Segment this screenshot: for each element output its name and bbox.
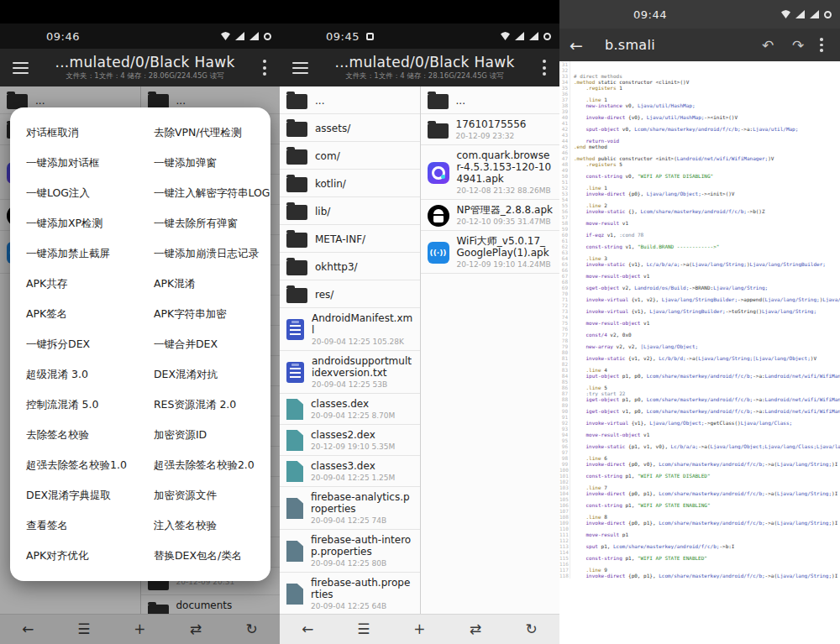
file-text: lib/ bbox=[315, 206, 413, 217]
page-title: ...mulated/0/Black Hawk bbox=[55, 54, 234, 71]
file-row[interactable]: classes2.dex20-12-09 19:10 5.35M bbox=[280, 425, 420, 456]
menu-item[interactable]: APK字符串加密 bbox=[138, 299, 270, 329]
menu-item[interactable]: RES资源混淆 2.0 bbox=[138, 390, 270, 420]
file-row[interactable]: androidsupportmultidexversion.txt20-09-0… bbox=[280, 351, 420, 394]
code-text: move-result v1 bbox=[574, 220, 628, 226]
folder-row[interactable]: lib/ bbox=[280, 197, 420, 225]
file-text: 1761017555620-12-09 23:32 bbox=[456, 118, 554, 141]
back-icon[interactable]: ← bbox=[290, 622, 325, 636]
wifi-icon bbox=[781, 10, 790, 18]
wifi-icon bbox=[221, 32, 230, 40]
folder-icon bbox=[286, 122, 307, 137]
menu-item[interactable]: 一键添加崩溃日志记录 bbox=[138, 238, 270, 269]
code-line: 70 bbox=[559, 291, 840, 296]
list-menu-icon[interactable]: ☰ bbox=[346, 622, 381, 636]
menu-item[interactable]: 一键添加弹窗 bbox=[138, 148, 270, 178]
file-meta: 20-09-04 12:25 105.28K bbox=[312, 337, 413, 347]
menu-item[interactable]: 一键LOG注入 bbox=[10, 178, 138, 208]
folder-row[interactable]: kotlin/ bbox=[280, 170, 420, 197]
folder-row[interactable]: META-INF/ bbox=[280, 225, 420, 253]
signal-3g-icon bbox=[795, 10, 805, 18]
line-number: 44 bbox=[559, 138, 570, 144]
menu-item[interactable]: DEX混淆对抗 bbox=[138, 359, 270, 390]
menu-item[interactable]: 一键添加对话框 bbox=[10, 148, 138, 178]
menu-item[interactable]: 控制流混淆 5.0 bbox=[10, 390, 138, 420]
status-icons bbox=[776, 10, 832, 18]
line-number: 86 bbox=[559, 385, 570, 390]
line-number: 53 bbox=[559, 191, 570, 196]
code-text: move-result p1 bbox=[574, 531, 628, 537]
file-row[interactable]: ((·))WiFi大师_v5.0.17_GooglePlay(1).apk20-… bbox=[421, 231, 560, 274]
code-line: 58 move-result v1 bbox=[559, 220, 840, 226]
menu-item[interactable]: 一键去除所有弹窗 bbox=[138, 208, 270, 238]
menu-item[interactable]: 超强去除签名校验1.0 bbox=[10, 450, 138, 480]
redo-icon[interactable]: ↷ bbox=[783, 37, 813, 54]
menu-item[interactable]: 加密资源ID bbox=[138, 420, 270, 450]
menu-item[interactable]: 超级混淆 3.0 bbox=[10, 359, 138, 390]
menu-item[interactable]: APK签名 bbox=[10, 299, 138, 329]
file-panes: ...assets/com/kotlin/lib/META-INF/okhttp… bbox=[280, 86, 559, 614]
file-name: ... bbox=[456, 95, 554, 107]
code-line: 81 invoke-static {v1, v2}, Lc/b/b/d;->a(… bbox=[559, 355, 840, 361]
menu-item[interactable]: APK混淆 bbox=[138, 269, 270, 299]
file-row[interactable]: classes3.dex20-09-04 12:25 1.25M bbox=[280, 456, 420, 487]
code-line: 100 bbox=[559, 467, 840, 473]
menu-item[interactable]: 查看签名 bbox=[10, 510, 138, 541]
menu-item[interactable]: 对话框取消 bbox=[10, 118, 138, 148]
overflow-menu-icon[interactable] bbox=[529, 59, 559, 77]
menu-item[interactable]: 超强去除签名校验2.0 bbox=[138, 450, 270, 480]
hamburger-menu-icon[interactable] bbox=[280, 60, 320, 76]
menu-item[interactable]: 替换DEX包名/类名 bbox=[138, 541, 270, 571]
undo-icon[interactable]: ↶ bbox=[753, 37, 783, 54]
menu-item[interactable]: 去除签名校验 bbox=[10, 420, 138, 450]
file-text: classes.dex20-09-04 12:25 8.70M bbox=[311, 398, 413, 421]
folder-row[interactable]: 1761017555620-12-09 23:32 bbox=[421, 114, 560, 145]
code-line: 116 bbox=[559, 561, 840, 567]
folder-row[interactable]: com/ bbox=[280, 142, 420, 170]
code-line: 49 bbox=[559, 167, 840, 173]
folder-row[interactable]: ... bbox=[421, 86, 560, 114]
menu-item[interactable]: 一键合并DEX bbox=[138, 329, 270, 359]
file-text: kotlin/ bbox=[315, 178, 413, 190]
menu-item[interactable]: 一键添加禁止截屏 bbox=[10, 238, 138, 269]
menu-item[interactable]: 加密资源文件 bbox=[138, 480, 270, 510]
code-line: 32 bbox=[559, 67, 840, 73]
file-row[interactable]: firebase-auth.properties20-09-04 12:25 6… bbox=[280, 573, 420, 614]
file-row[interactable]: firebase-analytics.properties20-09-04 12… bbox=[280, 487, 420, 530]
file-row[interactable]: classes.dex20-09-04 12:25 8.70M bbox=[280, 394, 420, 425]
menu-item[interactable]: 一键拆分DEX bbox=[10, 329, 138, 359]
overflow-menu-icon[interactable] bbox=[249, 59, 280, 77]
code-line: 78 bbox=[559, 338, 840, 343]
file-row[interactable]: AndroidManifest.xml20-09-04 12:25 105.28… bbox=[280, 308, 420, 351]
code-line: 110 bbox=[559, 526, 840, 531]
folder-row[interactable]: okhttp3/ bbox=[280, 253, 420, 280]
pane-left[interactable]: ...assets/com/kotlin/lib/META-INF/okhttp… bbox=[280, 86, 420, 614]
folder-row[interactable]: res/ bbox=[280, 280, 420, 308]
file-row[interactable]: NP管理器_2.8.8.apk20-12-10 09:35 31.47MB bbox=[421, 200, 560, 231]
code-line: 96 invoke-static {p1, v1, v0}, Lc/b/a/a;… bbox=[559, 443, 840, 449]
file-row[interactable]: firebase-auth-interop.properties20-09-04… bbox=[280, 530, 420, 573]
menu-item[interactable]: 去除VPN/代理检测 bbox=[138, 118, 270, 148]
pane-right[interactable]: ...1761017555620-12-09 23:32com.quark.br… bbox=[420, 86, 560, 614]
file-name: NP管理器_2.8.8.apk bbox=[457, 204, 554, 216]
overflow-menu-icon[interactable] bbox=[813, 37, 830, 54]
add-icon[interactable]: + bbox=[402, 622, 437, 636]
code-line: 118 invoke-direct {p0, p1}, Lcom/share/m… bbox=[559, 573, 840, 579]
refresh-icon[interactable]: ↻ bbox=[514, 622, 549, 636]
file-row[interactable]: com.quark.browser-4.5.3.153-120-104941.a… bbox=[421, 145, 560, 200]
code-line: 50 const-string v0, "WIFI_AP_STATE_DISAB… bbox=[559, 173, 840, 179]
menu-item[interactable]: APK共存 bbox=[10, 269, 138, 299]
folder-row[interactable]: assets/ bbox=[280, 114, 420, 142]
menu-item[interactable]: 一键添加XP检测 bbox=[10, 208, 138, 238]
menu-item[interactable]: DEX混淆字典提取 bbox=[10, 480, 138, 510]
code-editor-area[interactable]: 313233# direct methods34.method static c… bbox=[559, 61, 840, 644]
transfer-icon[interactable]: ⇄ bbox=[458, 622, 493, 636]
menu-item[interactable]: APK对齐优化 bbox=[10, 541, 138, 571]
file-meta: 20-09-04 12:25 1.25M bbox=[311, 473, 413, 483]
back-icon[interactable]: ← bbox=[570, 36, 595, 55]
code-line: 84 iput-object p1, p0, Lcom/share/master… bbox=[559, 373, 840, 379]
menu-item[interactable]: 注入签名校验 bbox=[138, 510, 270, 541]
menu-item[interactable]: 一键注入解密字符串LOG bbox=[138, 178, 270, 208]
hamburger-menu-icon[interactable] bbox=[0, 60, 40, 76]
folder-row[interactable]: ... bbox=[280, 86, 420, 114]
